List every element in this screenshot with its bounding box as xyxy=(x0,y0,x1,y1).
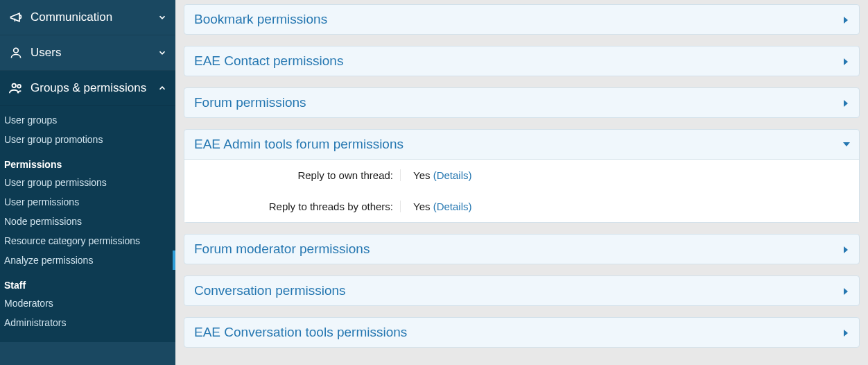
caret-right-icon xyxy=(842,16,849,23)
panel-forum-permissions: Forum permissions xyxy=(184,87,860,118)
permission-row: Reply to own thread: Yes (Details) xyxy=(184,160,859,191)
sidebar-sub-user-group-permissions[interactable]: User group permissions xyxy=(0,173,175,192)
panel-eae-contact-permissions: EAE Contact permissions xyxy=(184,46,860,76)
svg-marker-9 xyxy=(844,330,848,337)
panel-bookmark-permissions: Bookmark permissions xyxy=(184,4,860,35)
panel-header[interactable]: EAE Conversation tools permissions xyxy=(184,318,859,347)
caret-right-icon xyxy=(842,99,849,106)
svg-marker-3 xyxy=(844,17,848,24)
panel-header[interactable]: EAE Contact permissions xyxy=(184,46,859,76)
panel-body: Reply to own thread: Yes (Details) Reply… xyxy=(184,159,859,222)
svg-marker-6 xyxy=(843,142,850,146)
sidebar-item-label: Groups & permissions xyxy=(31,81,157,95)
panel-forum-moderator-permissions: Forum moderator permissions xyxy=(184,234,860,264)
panel-conversation-permissions: Conversation permissions xyxy=(184,275,860,306)
svg-point-2 xyxy=(17,85,21,88)
svg-marker-7 xyxy=(844,246,848,253)
sidebar-sub-resource-category-permissions[interactable]: Resource category permissions xyxy=(0,231,175,251)
megaphone-icon xyxy=(8,10,24,25)
svg-point-1 xyxy=(12,84,17,88)
panel-header[interactable]: Forum moderator permissions xyxy=(184,235,859,264)
svg-point-0 xyxy=(14,48,19,53)
permission-value-text: Yes xyxy=(413,169,430,181)
caret-right-icon xyxy=(842,246,849,253)
panel-header[interactable]: EAE Admin tools forum permissions xyxy=(184,130,859,159)
permission-value-text: Yes xyxy=(413,201,430,212)
panel-title: EAE Admin tools forum permissions xyxy=(194,137,842,152)
caret-right-icon xyxy=(842,329,849,336)
panel-title: Forum moderator permissions xyxy=(194,241,842,257)
sidebar-item-groups[interactable]: Groups & permissions xyxy=(0,71,175,106)
sidebar-item-label: Communication xyxy=(31,10,157,24)
sidebar: Communication Users Groups & permissions… xyxy=(0,0,175,365)
sidebar-sub-user-group-promotions[interactable]: User group promotions xyxy=(0,130,175,149)
sidebar-item-users[interactable]: Users xyxy=(0,35,175,71)
chevron-down-icon xyxy=(157,12,167,22)
sidebar-sub-moderators[interactable]: Moderators xyxy=(0,294,175,313)
sidebar-sub-groups: User groups User group promotions Permis… xyxy=(0,106,175,342)
users-group-icon xyxy=(8,80,24,96)
sidebar-heading-staff: Staff xyxy=(0,270,175,294)
permission-label: Reply to threads by others: xyxy=(184,201,401,212)
caret-right-icon xyxy=(842,58,849,65)
panel-title: Bookmark permissions xyxy=(194,12,842,27)
sidebar-sub-user-permissions[interactable]: User permissions xyxy=(0,192,175,212)
sidebar-sub-user-groups[interactable]: User groups xyxy=(0,110,175,130)
permission-label: Reply to own thread: xyxy=(184,169,401,181)
details-link[interactable]: (Details) xyxy=(433,169,472,181)
svg-marker-8 xyxy=(844,288,848,295)
caret-right-icon xyxy=(842,287,849,294)
panel-title: Forum permissions xyxy=(194,95,842,110)
panel-header[interactable]: Bookmark permissions xyxy=(184,5,859,34)
svg-marker-5 xyxy=(844,100,848,107)
panel-header[interactable]: Conversation permissions xyxy=(184,276,859,305)
svg-marker-4 xyxy=(844,58,848,65)
permission-value: Yes (Details) xyxy=(401,169,472,181)
panel-header[interactable]: Forum permissions xyxy=(184,88,859,117)
user-icon xyxy=(8,45,24,60)
details-link[interactable]: (Details) xyxy=(433,201,472,212)
permission-row: Reply to threads by others: Yes (Details… xyxy=(184,191,859,222)
caret-down-icon xyxy=(842,141,849,148)
main-content: Bookmark permissions EAE Contact permiss… xyxy=(175,0,868,365)
panel-title: EAE Contact permissions xyxy=(194,53,842,69)
panel-eae-admin-tools-forum-permissions: EAE Admin tools forum permissions Reply … xyxy=(184,129,860,223)
sidebar-item-label: Users xyxy=(31,46,157,60)
permission-value: Yes (Details) xyxy=(401,201,472,212)
panel-title: EAE Conversation tools permissions xyxy=(194,325,842,340)
panel-title: Conversation permissions xyxy=(194,283,842,298)
sidebar-sub-administrators[interactable]: Administrators xyxy=(0,313,175,332)
chevron-down-icon xyxy=(157,48,167,58)
chevron-up-icon xyxy=(157,83,167,93)
sidebar-sub-node-permissions[interactable]: Node permissions xyxy=(0,212,175,231)
panel-eae-conversation-tools-permissions: EAE Conversation tools permissions xyxy=(184,317,860,348)
sidebar-sub-analyze-permissions[interactable]: Analyze permissions xyxy=(0,251,175,270)
sidebar-item-communication[interactable]: Communication xyxy=(0,0,175,35)
sidebar-heading-permissions: Permissions xyxy=(0,149,175,173)
